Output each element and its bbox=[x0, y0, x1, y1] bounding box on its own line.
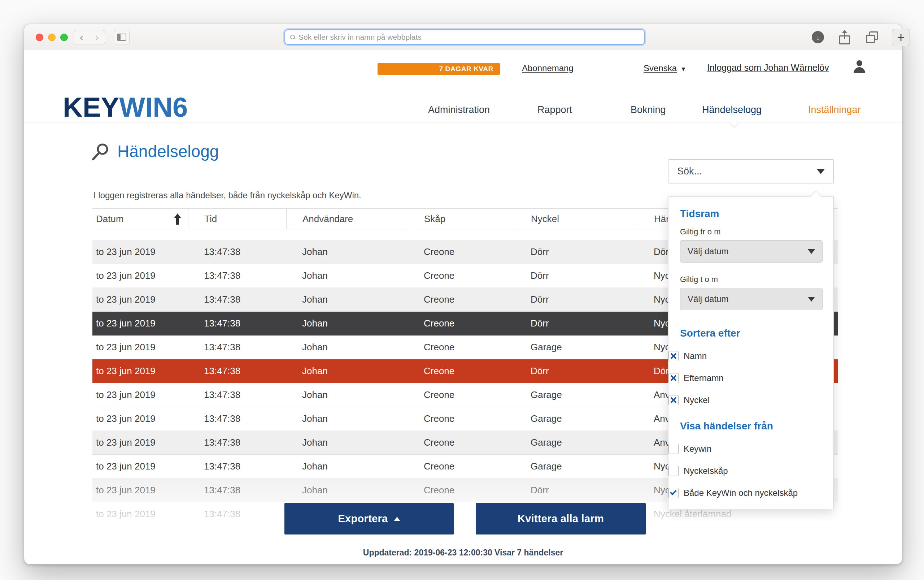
nav-item-bokning[interactable]: Bokning bbox=[631, 104, 666, 115]
acknowledge-alarms-button[interactable]: Kvittera alla larm bbox=[476, 503, 646, 534]
address-bar-placeholder: Sök eller skriv in namn på webbplats bbox=[299, 33, 422, 41]
cell-tid: 13:47:38 bbox=[188, 294, 286, 305]
checkbox-option[interactable]: Nyckel bbox=[668, 393, 710, 407]
cell-datum: to 23 jun 2019 bbox=[92, 413, 188, 424]
cell-tid: 13:47:38 bbox=[188, 389, 286, 400]
nav-item-administration[interactable]: Administration bbox=[428, 104, 490, 115]
page-title: Händelselogg bbox=[117, 142, 219, 161]
panel-notch bbox=[810, 191, 821, 202]
cell-tid: 13:47:38 bbox=[188, 270, 286, 281]
cell-datum: to 23 jun 2019 bbox=[92, 389, 188, 400]
language-selector[interactable]: Svenska▼ bbox=[644, 63, 687, 73]
checkbox-label: Nyckel bbox=[684, 395, 710, 405]
checkbox-option[interactable]: Namn bbox=[668, 349, 707, 363]
zoom-window-button[interactable] bbox=[60, 34, 68, 41]
cell-skap: Creone bbox=[408, 318, 515, 329]
cell-nyckel: Dörr bbox=[515, 294, 638, 305]
checkbox-label: Nyckelskåp bbox=[684, 466, 728, 476]
page-subtitle: I loggen registreras alla händelser, båd… bbox=[94, 190, 361, 201]
chevron-down-icon bbox=[808, 297, 815, 302]
cell-skap: Creone bbox=[408, 246, 515, 257]
valid-to-label: Giltig t o m bbox=[680, 275, 718, 284]
forward-button[interactable]: › bbox=[89, 30, 105, 44]
status-bar: Uppdaterad: 2019-06-23 12:00:30 Visar 7 … bbox=[24, 548, 902, 558]
cell-anvandare: Johan bbox=[286, 294, 408, 305]
user-icon bbox=[853, 60, 866, 74]
cell-skap: Creone bbox=[408, 342, 515, 353]
browser-window: ‹ › Sök eller skriv in namn på webbplats… bbox=[24, 24, 903, 565]
cell-tid: 13:47:38 bbox=[188, 366, 286, 377]
cell-datum: to 23 jun 2019 bbox=[92, 246, 188, 257]
nav-item-installningar[interactable]: Inställningar bbox=[808, 104, 861, 115]
download-icon: ↓ bbox=[816, 33, 820, 41]
cell-datum: to 23 jun 2019 bbox=[92, 294, 188, 305]
sort-ascending-icon[interactable] bbox=[173, 213, 182, 225]
cell-anvandare: Johan bbox=[286, 342, 408, 353]
cell-nyckel: Garage bbox=[515, 342, 638, 353]
cell-datum: to 23 jun 2019 bbox=[92, 342, 188, 353]
search-dropdown[interactable]: Sök... bbox=[668, 159, 834, 183]
cell-datum: to 23 jun 2019 bbox=[92, 366, 188, 377]
cell-nyckel: Dörr bbox=[515, 318, 638, 329]
cell-anvandare: Johan bbox=[286, 437, 408, 448]
cell-anvandare: Johan bbox=[286, 484, 408, 496]
column-header-datum[interactable]: Datum bbox=[92, 209, 188, 229]
cell-nyckel: Dörr bbox=[515, 246, 638, 257]
cell-anvandare: Johan bbox=[286, 461, 408, 472]
cell-skap: Creone bbox=[408, 294, 515, 305]
column-header-anvandare[interactable]: Andvändare bbox=[286, 209, 408, 229]
valid-from-date-select[interactable]: Välj datum bbox=[680, 240, 822, 262]
downloads-button[interactable]: ↓ bbox=[812, 31, 824, 43]
search-icon bbox=[290, 35, 295, 40]
check-mark-checkbox-icon bbox=[668, 488, 679, 498]
subscription-link[interactable]: Abonnemang bbox=[522, 63, 574, 73]
nav-item-rapport[interactable]: Rapport bbox=[538, 104, 572, 115]
back-icon: ‹ bbox=[80, 32, 83, 43]
logged-in-user-link[interactable]: Inloggad som Johan Wärnelöv bbox=[707, 63, 829, 73]
cell-tid: 13:47:38 bbox=[188, 509, 286, 520]
cell-tid: 13:47:38 bbox=[188, 246, 286, 257]
minimize-window-button[interactable] bbox=[48, 34, 56, 41]
cell-tid: 13:47:38 bbox=[188, 342, 286, 353]
cell-anvandare: Johan bbox=[286, 413, 408, 424]
column-header-tid[interactable]: Tid bbox=[188, 209, 286, 229]
search-dropdown-label: Sök... bbox=[677, 166, 702, 177]
chevron-down-icon: ▼ bbox=[681, 66, 687, 73]
x-mark-checkbox-icon bbox=[668, 351, 679, 361]
cell-anvandare: Johan bbox=[286, 318, 408, 329]
checkbox-option[interactable]: Keywin bbox=[668, 442, 712, 456]
empty-checkbox-icon bbox=[668, 466, 679, 476]
section-title-sortera: Sortera efter bbox=[680, 328, 740, 339]
column-header-skap[interactable]: Skåp bbox=[408, 209, 515, 229]
cell-nyckel: Dörr bbox=[515, 484, 638, 496]
keywin-logo[interactable]: KEYWIN6 bbox=[63, 94, 188, 121]
valid-to-date-select[interactable]: Välj datum bbox=[680, 288, 822, 310]
export-button[interactable]: Exportera bbox=[284, 503, 454, 534]
cell-anvandare: Johan bbox=[286, 246, 408, 257]
tab-overview-button[interactable] bbox=[866, 31, 878, 43]
close-window-button[interactable] bbox=[36, 34, 43, 41]
back-button[interactable]: ‹ bbox=[74, 30, 89, 44]
checkbox-label: Namn bbox=[684, 351, 707, 361]
checkbox-option[interactable]: Både KeyWin och nyckelskåp bbox=[668, 486, 798, 500]
x-mark-checkbox-icon bbox=[668, 395, 679, 405]
nav-item-handelselogg[interactable]: Händelselogg bbox=[702, 104, 761, 115]
trial-days-badge: 7 DAGAR KVAR bbox=[378, 63, 500, 75]
address-bar[interactable]: Sök eller skriv in namn på webbplats bbox=[284, 29, 645, 45]
chevron-down-icon bbox=[808, 249, 815, 254]
sidebar-toggle-button[interactable] bbox=[114, 30, 130, 44]
cell-skap: Creone bbox=[408, 366, 515, 377]
column-header-nyckel[interactable]: Nyckel bbox=[515, 209, 638, 229]
checkbox-option[interactable]: Efternamn bbox=[668, 371, 724, 386]
cell-nyckel: Garage bbox=[515, 461, 638, 472]
share-button[interactable] bbox=[839, 30, 850, 44]
cell-skap: Creone bbox=[408, 484, 515, 496]
checkbox-option[interactable]: Nyckelskåp bbox=[668, 464, 728, 478]
checkbox-label: Både KeyWin och nyckelskåp bbox=[684, 488, 798, 498]
forward-icon: › bbox=[95, 32, 99, 43]
new-tab-button[interactable]: + bbox=[892, 29, 910, 46]
cell-datum: to 23 jun 2019 bbox=[92, 437, 188, 448]
active-nav-caret bbox=[728, 116, 740, 127]
header-divider bbox=[24, 122, 902, 122]
checkbox-label: Efternamn bbox=[684, 373, 724, 383]
